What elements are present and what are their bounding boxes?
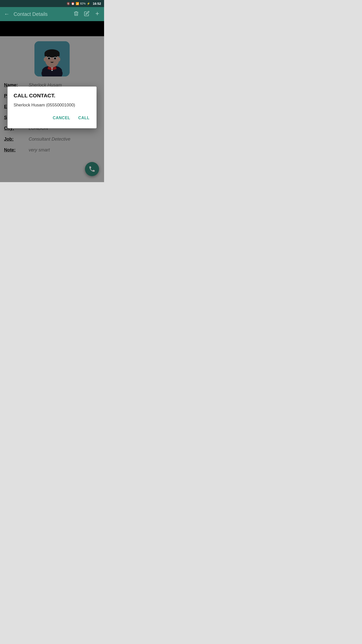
add-button[interactable] bbox=[95, 11, 100, 18]
call-contact-dialog: CALL CONTACT. Sherlock Husam (0555000100… bbox=[8, 87, 97, 128]
dialog-title: CALL CONTACT. bbox=[14, 93, 90, 99]
back-button[interactable]: ← bbox=[4, 11, 10, 17]
cancel-button[interactable]: CANCEL bbox=[52, 114, 71, 122]
battery-level: 82% bbox=[80, 2, 86, 5]
delete-button[interactable] bbox=[73, 11, 79, 18]
black-band bbox=[0, 21, 104, 36]
app-bar: ← Contact Details bbox=[0, 7, 104, 21]
status-time: 16:52 bbox=[93, 2, 101, 6]
content-area: Name: Sherlock Husam P E S City: LONDON … bbox=[0, 36, 104, 182]
dialog-message: Sherlock Husam (05550001000) bbox=[14, 103, 90, 108]
status-icons: 🔇 ⏰ 📶 82% ⚡ bbox=[67, 2, 90, 5]
alarm-icon: ⏰ bbox=[71, 2, 75, 5]
status-bar: 🔇 ⏰ 📶 82% ⚡ 16:52 bbox=[0, 0, 104, 7]
app-bar-actions bbox=[73, 11, 100, 18]
dialog-actions: CANCEL CALL bbox=[14, 114, 90, 122]
signal-icon: 📶 bbox=[76, 2, 79, 5]
battery-icon: ⚡ bbox=[87, 2, 90, 5]
page-title: Contact Details bbox=[14, 11, 69, 17]
bluetooth-icon: 🔇 bbox=[67, 2, 70, 5]
call-button[interactable]: CALL bbox=[77, 114, 90, 122]
page-wrapper: 🔇 ⏰ 📶 82% ⚡ 16:52 ← Contact Details bbox=[0, 0, 104, 182]
edit-button[interactable] bbox=[84, 11, 89, 18]
